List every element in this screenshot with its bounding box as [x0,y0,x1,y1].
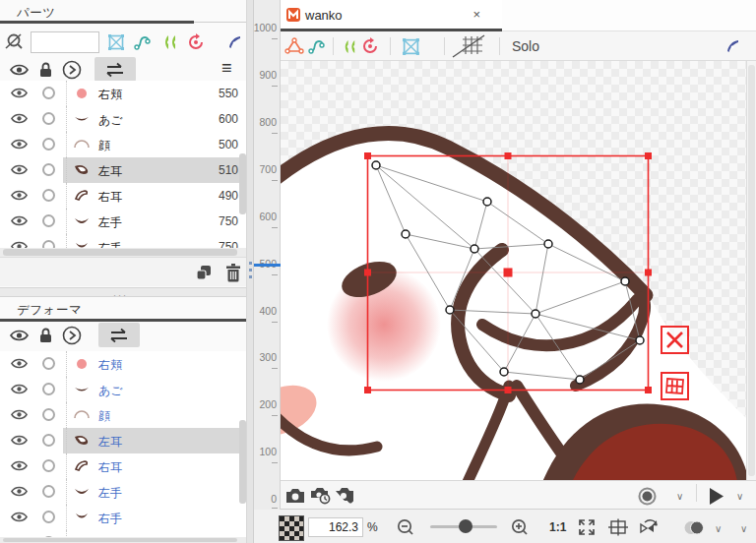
canvas-grid-icon[interactable] [606,517,630,537]
edit-target-ring[interactable] [42,408,55,421]
eye-icon[interactable] [11,407,28,425]
lock-column-icon[interactable] [36,325,54,346]
parts-row[interactable]: 左手 750 [0,209,246,234]
deformer-hscrollbar[interactable] [0,537,246,543]
deformer-row[interactable]: 右耳 [0,453,246,479]
deformer-row[interactable]: 左手 [0,479,246,505]
bounding-box-icon[interactable] [106,32,126,52]
artmesh-icon[interactable] [284,36,305,56]
deformer-row-selected[interactable]: 左耳 [0,428,246,453]
glue-icon[interactable] [341,37,358,55]
snapshot-icon[interactable] [284,487,306,505]
edit-target-ring[interactable] [42,163,55,176]
edit-target-ring[interactable] [42,214,55,227]
canvas-vscrollbar[interactable] [746,61,756,480]
snapshot-export-icon[interactable] [334,486,356,506]
curve-path-icon[interactable] [133,32,153,52]
rotate-deformer-icon[interactable] [186,32,206,52]
eye-icon[interactable] [11,382,28,399]
onion-options-chevron-icon[interactable]: ∨ [715,523,722,534]
link-parts-deformer-toggle[interactable] [98,323,140,347]
expand-all-icon[interactable] [61,59,83,81]
play-options-chevron-icon[interactable]: ∨ [736,491,743,502]
parts-row[interactable]: 右手 750 [0,234,246,248]
document-tab-wanko[interactable]: wanko × [281,0,502,31]
parts-row-selected[interactable]: 左耳 510 [0,157,246,183]
eye-icon[interactable] [11,510,28,527]
tab-close-icon[interactable]: × [472,7,480,22]
eye-icon[interactable] [11,356,28,374]
rotate-deformer-icon[interactable] [360,36,380,56]
snapshot-onion-icon[interactable] [309,486,332,506]
deformer-row[interactable]: 右手 [0,505,246,530]
glue-icon[interactable] [160,32,180,52]
bounding-box-icon[interactable] [400,36,421,56]
edit-target-ring[interactable] [42,87,55,99]
edit-target-ring[interactable] [42,189,55,202]
trash-icon[interactable] [223,262,243,283]
eye-icon[interactable] [11,162,28,180]
filter-icon[interactable] [3,30,27,54]
eye-icon[interactable] [11,458,28,476]
parts-row[interactable]: 右頬 550 [0,81,246,106]
parts-row[interactable]: 顔 500 [0,132,246,157]
play-icon[interactable] [706,486,725,506]
record-icon[interactable] [637,486,657,506]
visibility-column-icon[interactable] [9,326,29,345]
edit-target-ring[interactable] [42,459,55,472]
fit-view-icon[interactable] [576,516,598,538]
deformer-row[interactable]: 顔 [0,402,246,428]
parts-menu-button[interactable]: ≡ [221,58,232,79]
curve-path-icon[interactable] [306,36,328,56]
record-options-chevron-icon[interactable]: ∨ [676,491,683,502]
duplicate-icon[interactable] [194,263,214,282]
edit-target-ring[interactable] [42,434,55,447]
extra-options-chevron-icon[interactable]: ∨ [740,523,747,534]
link-parts-deformer-toggle[interactable] [94,57,136,82]
pen-icon[interactable] [224,32,244,52]
onion-skin-toggle-icon[interactable] [682,519,708,535]
actual-size-button[interactable]: 1:1 [549,520,566,534]
pen-icon[interactable] [724,37,741,55]
solo-mode-label[interactable]: Solo [512,38,539,54]
edit-target-ring[interactable] [42,383,55,395]
zoom-slider-thumb[interactable] [459,519,472,533]
eye-icon[interactable] [11,111,28,129]
parts-row[interactable]: 右耳 490 [0,183,246,209]
model-canvas[interactable] [281,61,746,480]
parts-hscrollbar[interactable] [0,248,246,257]
edit-target-ring[interactable] [42,357,55,370]
edit-target-ring[interactable] [42,112,55,125]
edit-target-ring[interactable] [42,138,55,151]
edit-target-ring[interactable] [42,240,55,248]
visibility-column-icon[interactable] [9,60,29,80]
eye-icon[interactable] [11,484,28,502]
rotate-canvas-icon[interactable] [636,517,662,537]
zoom-out-icon[interactable] [396,517,415,537]
edit-target-ring[interactable] [42,485,55,498]
lock-column-icon[interactable] [36,59,54,81]
deformer-row[interactable]: 体 [0,530,246,537]
panel-splitter[interactable]: ··· [0,287,246,297]
eye-icon[interactable] [11,239,28,248]
zoom-in-icon[interactable] [510,517,530,537]
parts-list-scrollbar[interactable] [239,153,246,214]
expand-all-icon[interactable] [61,325,83,346]
tab-parts[interactable]: パーツ [17,5,56,22]
panel-divider[interactable] [246,0,254,543]
eye-icon[interactable] [11,86,28,103]
edit-target-ring[interactable] [42,511,55,523]
deformer-row[interactable]: あご [0,377,246,402]
eye-icon[interactable] [11,213,28,231]
deformer-list-scrollbar[interactable] [239,420,246,504]
grid-toggle-icon[interactable] [450,34,489,58]
parts-filter-input[interactable] [31,31,99,53]
deformer-row[interactable]: 右頬 [0,351,246,377]
transparency-background-swatch[interactable] [279,515,304,541]
eye-icon[interactable] [11,188,28,206]
eye-icon[interactable] [11,137,28,154]
zoom-level-input[interactable] [308,517,363,537]
eye-icon[interactable] [11,433,28,451]
parts-row[interactable]: あご 600 [0,106,246,132]
tab-deformers[interactable]: デフォーマ [17,302,82,319]
